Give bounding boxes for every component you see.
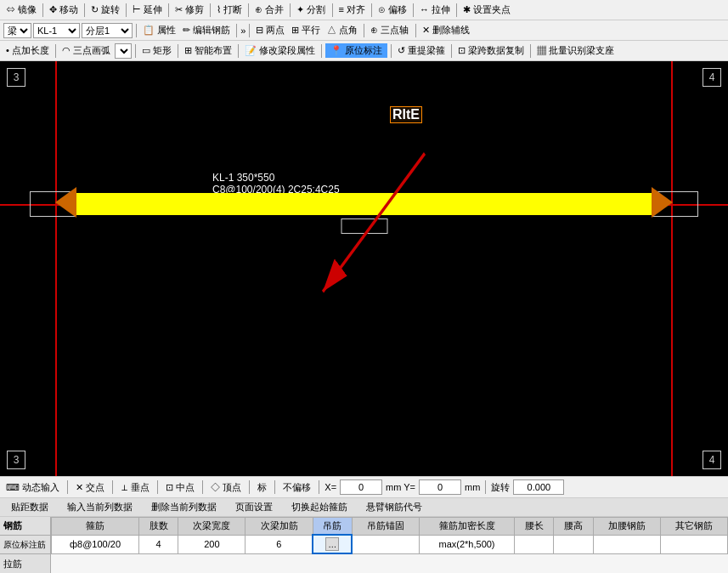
- beam-body: [76, 193, 652, 215]
- center-small-rect: [341, 218, 387, 234]
- cell-hanger[interactable]: …: [313, 535, 352, 553]
- expand-icon: »: [240, 26, 245, 36]
- tab-paste-data[interactable]: 贴距数据: [3, 498, 56, 516]
- perp-btn[interactable]: ⊥ 垂点: [118, 480, 152, 495]
- data-table-area: 钢筋 原位标注筋 拉筋 箍筋 肢数 次梁宽度 次梁加筋 吊筋 吊筋锚固: [0, 517, 728, 573]
- coord-bar: ⌨ 动态输入 ✕ 交点 ⊥ 垂点 ⊡ 中点 ◇ 顶点 标 不偏移 X= mm Y…: [0, 476, 728, 498]
- cell-waist-len[interactable]: [515, 535, 554, 553]
- move-btn[interactable]: ✥ 移动: [47, 3, 81, 17]
- cell-other[interactable]: [660, 535, 727, 553]
- point-extend-btn[interactable]: • 点加长度: [3, 43, 52, 58]
- two-point-btn[interactable]: ⊟ 两点: [253, 23, 287, 37]
- col-header-waist-h: 腰高: [554, 518, 593, 536]
- data-table: 箍筋 肢数 次梁宽度 次梁加筋 吊筋 吊筋锚固 箍筋加密长度 腰长 腰高 加腰钢…: [51, 517, 728, 554]
- cell-expand-btn[interactable]: …: [325, 537, 339, 551]
- label-btn[interactable]: 标: [255, 480, 269, 495]
- canvas-area: 3 4 3 4 KL-1 350*550 C8@100/200(4) 2C25;…: [0, 61, 728, 476]
- layer-select[interactable]: 分层1: [82, 23, 133, 38]
- toolbar-row-2: 梁 KL-1 分层1 📋 属性 ✏ 编辑钢筋 » ⊟ 两点 ⊞ 平行 △ 点角 …: [0, 20, 728, 41]
- cell-waist-rebar[interactable]: [593, 535, 660, 553]
- x-label: X=: [324, 482, 336, 492]
- cell-stir[interactable]: ф8@100/20: [52, 535, 139, 553]
- rotate-input[interactable]: [513, 479, 564, 495]
- three-point-axis-btn[interactable]: ⊕ 三点轴: [368, 23, 411, 37]
- vertex-btn[interactable]: ◇ 顶点: [208, 480, 244, 495]
- parallel-btn[interactable]: ⊞ 平行: [289, 23, 323, 37]
- right-triangle: [652, 187, 673, 218]
- extend-btn[interactable]: ⊢ 延伸: [130, 3, 165, 17]
- cell-stir-dense[interactable]: max(2*h,500): [420, 535, 515, 553]
- edit-rebar-btn[interactable]: ✏ 编辑钢筋: [180, 23, 233, 37]
- tab-bar: 贴距数据 输入当前列数据 删除当前列数据 页面设置 切换起始箍筋 悬臂钢筋代号: [0, 498, 728, 517]
- col-header-stir-dense: 箍筋加密长度: [420, 518, 515, 536]
- mid-btn[interactable]: ⊡ 中点: [163, 480, 197, 495]
- setpoint-btn[interactable]: ✱ 设置夹点: [460, 3, 513, 17]
- copy-span-btn[interactable]: ⊡ 梁跨数据复制: [455, 43, 527, 58]
- app-wrapper: ⇔ 镜像 ✥ 移动 ↻ 旋转 ⊢ 延伸 ✂ 修剪 ⌇ 打断 ⊕ 合并 ✦ 分割 …: [0, 0, 728, 573]
- beam-type-select[interactable]: 梁: [3, 23, 31, 38]
- modify-attr-btn[interactable]: 📝 修改梁段属性: [242, 43, 318, 58]
- break-btn[interactable]: ⌇ 打断: [214, 3, 245, 17]
- attr-btn[interactable]: 📋 属性: [140, 23, 178, 37]
- toolbar-row-1: ⇔ 镜像 ✥ 移动 ↻ 旋转 ⊢ 延伸 ✂ 修剪 ⌇ 打断 ⊕ 合并 ✦ 分割 …: [0, 0, 728, 20]
- dynamic-input-btn[interactable]: ⌨ 动态输入: [3, 480, 62, 495]
- re-stir-btn[interactable]: ↺ 重提梁箍: [395, 43, 448, 58]
- merge-btn[interactable]: ⊕ 合并: [252, 3, 286, 17]
- three-arc-btn[interactable]: ◠ 三点画弧: [59, 43, 113, 58]
- col-header-other: 其它钢筋: [660, 518, 727, 536]
- offset-btn[interactable]: ⊙ 偏移: [375, 3, 409, 17]
- corner-4-br: 4: [703, 451, 721, 469]
- trim-btn[interactable]: ✂ 修剪: [172, 3, 206, 17]
- tab-switch-stir[interactable]: 切换起始箍筋: [284, 498, 355, 516]
- cell-beam-width[interactable]: 200: [178, 535, 245, 553]
- x-input[interactable]: [340, 479, 382, 495]
- corner-4-tr: 4: [703, 68, 721, 87]
- col-header-hanger-anchor: 吊筋锚固: [352, 518, 419, 536]
- no-offset-btn[interactable]: 不偏移: [280, 480, 313, 495]
- align-btn[interactable]: ≡ 对齐: [336, 3, 368, 17]
- cell-legs[interactable]: 4: [139, 535, 178, 553]
- delete-aux-btn[interactable]: ✕ 删除辅线: [420, 23, 472, 37]
- stretch-btn[interactable]: ↔ 拉伸: [417, 3, 453, 17]
- col-header-beam-width: 次梁宽度: [178, 518, 245, 536]
- cell-hanger-anchor[interactable]: [352, 535, 419, 553]
- tab-delete-col[interactable]: 删除当前列数据: [144, 498, 224, 516]
- vline-left: [55, 61, 57, 476]
- beam-label-line1: KL-1 350*550: [212, 172, 340, 184]
- inplace-label-btn[interactable]: 📍 原位标注: [325, 43, 387, 58]
- mirror-btn[interactable]: ⇔ 镜像: [3, 3, 39, 17]
- corner-3-bl: 3: [7, 451, 25, 469]
- intersect-btn[interactable]: ✕ 交点: [73, 480, 107, 495]
- cell-beam-stir[interactable]: 6: [245, 535, 313, 553]
- toolbar-row-3: • 点加长度 ◠ 三点画弧 ▾ ▭ 矩形 ⊞ 智能布置 📝 修改梁段属性 📍 原…: [0, 41, 728, 61]
- rotate-btn[interactable]: ↻ 旋转: [88, 3, 122, 17]
- col-header-legs: 肢数: [139, 518, 178, 536]
- split-btn[interactable]: ✦ 分割: [294, 3, 328, 17]
- vline-right: [671, 61, 673, 476]
- corner-3-tl: 3: [7, 68, 25, 87]
- left-label-rebar: 钢筋: [0, 517, 50, 536]
- rite-label: RItE: [390, 106, 422, 123]
- rotate-label: 旋转: [491, 481, 510, 494]
- tab-input-col[interactable]: 输入当前列数据: [59, 498, 140, 516]
- rite-text: RItE: [392, 107, 420, 122]
- col-header-stir: 箍筋: [52, 518, 139, 536]
- point-angle-btn[interactable]: △ 点角: [324, 23, 360, 37]
- tab-cantilever-code[interactable]: 悬臂钢筋代号: [358, 498, 430, 516]
- col-header-hanger: 吊筋: [313, 518, 352, 536]
- beam-name-select[interactable]: KL-1: [33, 23, 80, 38]
- arc-select[interactable]: ▾: [115, 43, 132, 59]
- x-unit: mm Y=: [386, 482, 415, 492]
- left-label-original: 原位标注筋: [0, 536, 50, 554]
- left-triangle: [55, 187, 76, 218]
- col-header-beam-stir: 次梁加筋: [245, 518, 313, 536]
- table-row: ф8@100/20 4 200 6: [52, 535, 728, 553]
- col-header-waist-len: 腰长: [515, 518, 554, 536]
- smart-layout-btn[interactable]: ⊞ 智能布置: [182, 43, 234, 58]
- tab-page-setting[interactable]: 页面设置: [228, 498, 280, 516]
- y-input[interactable]: [419, 479, 461, 495]
- cell-waist-h[interactable]: [554, 535, 593, 553]
- rect-btn[interactable]: ▭ 矩形: [139, 43, 174, 58]
- batch-identify-btn[interactable]: ▦ 批量识别梁支座: [534, 43, 617, 58]
- col-header-waist-rebar: 加腰钢筋: [593, 518, 660, 536]
